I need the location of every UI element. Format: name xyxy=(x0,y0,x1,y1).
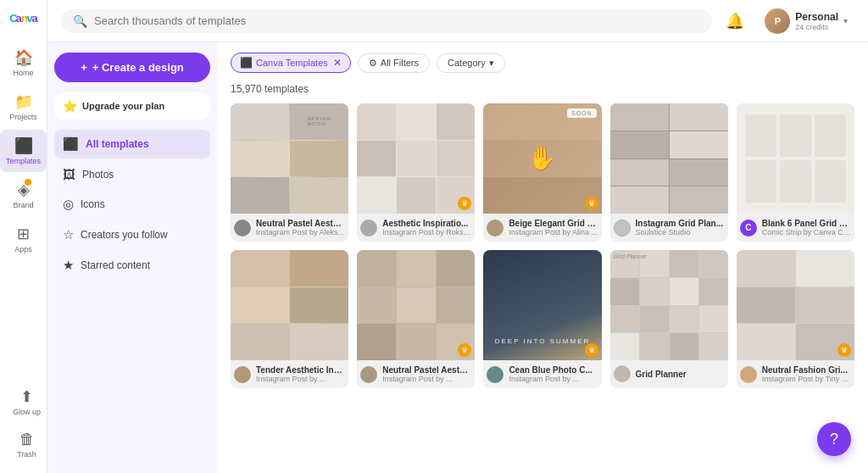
nav-item-photos[interactable]: 🖼 Photos xyxy=(54,160,210,188)
sidebar-item-label: Templates xyxy=(6,157,41,165)
template-title: Beige Elegant Grid C... xyxy=(509,219,598,228)
template-card[interactable]: Tender Aesthetic Ins... Instagram Post b… xyxy=(231,250,348,388)
template-title: Cean Blue Photo C... xyxy=(509,365,598,375)
nav-label: Photos xyxy=(82,169,114,181)
premium-badge: ♛ xyxy=(585,197,598,210)
template-text: Neutral Pastel Aesth... Instagram Post b… xyxy=(256,219,345,236)
nav-item-icons[interactable]: ◎ Icons xyxy=(54,190,210,219)
creator-avatar xyxy=(614,365,631,382)
main-area: 🔍 🔔 P Personal 24 credits ▾ + + Create xyxy=(47,0,868,473)
header-right: 🔔 P Personal 24 credits ▾ xyxy=(722,5,854,37)
template-thumbnail: SPRINGMOOD xyxy=(231,103,348,214)
nav-item-all-templates[interactable]: ⬛ All templates xyxy=(54,130,210,159)
template-text: Tender Aesthetic Ins... Instagram Post b… xyxy=(256,365,345,383)
sidebar-item-home[interactable]: 🏠 Home xyxy=(0,42,47,84)
template-card[interactable]: ♛ Neutral Fashion Gri... Instagram Post … xyxy=(737,250,854,388)
template-info: Aesthetic Inspiratio... Instagram Post b… xyxy=(357,214,475,242)
nav-item-creators[interactable]: ☆ Creators you follow xyxy=(54,220,210,249)
glowup-icon: ⬆ xyxy=(20,387,33,406)
user-profile[interactable]: P Personal 24 credits ▾ xyxy=(758,5,854,37)
nav-item-starred[interactable]: ★ Starred content xyxy=(54,251,210,280)
sidebar-item-label: Home xyxy=(13,69,33,77)
active-filter-tag[interactable]: ⬛ Canva Templates ✕ xyxy=(231,53,351,73)
template-card[interactable]: DEEP INTO SUMMER ♛ Cean Blue Photo C... … xyxy=(483,250,601,388)
template-subtitle: Comic Strip by Canva Cr... xyxy=(762,228,851,236)
template-title: Grid Planner xyxy=(636,370,725,379)
all-filters-label: All Filters xyxy=(381,58,419,68)
template-card[interactable]: ♛ Neutral Pastel Aesth... Instagram Post… xyxy=(357,250,475,388)
template-text: Beige Elegant Grid C... Instagram Post b… xyxy=(509,219,598,236)
template-thumbnail: DEEP INTO SUMMER ♛ xyxy=(483,250,601,360)
template-subtitle: Instagram Post by Rokso... xyxy=(382,228,471,236)
template-title: Aesthetic Inspiratio... xyxy=(382,219,471,228)
creator-avatar xyxy=(234,220,251,236)
home-icon: 🏠 xyxy=(14,48,33,67)
starred-icon: ★ xyxy=(63,258,74,273)
sidebar: C a n v a 🏠 Home 📁 Projects ⬛ Templates … xyxy=(0,0,47,473)
creator-avatar xyxy=(360,220,377,236)
sidebar-item-trash[interactable]: 🗑 Trash xyxy=(3,424,50,465)
create-design-button[interactable]: + + Create a design xyxy=(54,53,210,82)
nav-label: Creators you follow xyxy=(81,229,168,241)
category-button[interactable]: Category ▾ xyxy=(437,53,505,73)
all-templates-icon: ⬛ xyxy=(63,136,79,152)
template-info: Grid Planner xyxy=(610,360,728,387)
template-subtitle: Instagram Post by ... xyxy=(382,375,471,383)
sidebar-item-templates[interactable]: ⬛ Templates xyxy=(0,130,47,172)
template-title: Blank 6 Panel Grid C... xyxy=(762,219,851,228)
template-text: Grid Planner xyxy=(636,370,725,379)
template-subtitle: Instagram Post by Tiny ... xyxy=(762,375,851,383)
creator-avatar xyxy=(487,366,504,383)
template-thumbnail xyxy=(737,103,854,214)
template-info: Neutral Fashion Gri... Instagram Post by… xyxy=(737,360,854,388)
search-input[interactable] xyxy=(94,14,700,27)
template-grid: SPRINGMOOD Neutral Pastel Aesth... Insta… xyxy=(231,103,854,388)
sidebar-item-projects[interactable]: 📁 Projects xyxy=(0,86,47,128)
template-info: Tender Aesthetic Ins... Instagram Post b… xyxy=(231,360,348,388)
creator-avatar xyxy=(740,366,757,383)
soon-badge: SOON xyxy=(567,109,597,118)
template-thumbnail xyxy=(231,250,348,360)
template-subtitle: Instagram Post by Aleks... xyxy=(256,228,345,236)
template-text: Blank 6 Panel Grid C... Comic Strip by C… xyxy=(762,219,851,236)
svg-text:a: a xyxy=(31,12,38,25)
template-area: ⬛ Canva Templates ✕ ⚙ All Filters Catego… xyxy=(217,42,868,473)
template-card[interactable]: Grid Planner Grid Planner xyxy=(610,250,728,388)
creator-avatar: C xyxy=(740,220,757,236)
template-info: Cean Blue Photo C... Instagram Post by .… xyxy=(483,360,601,388)
templates-icon: ⬛ xyxy=(14,136,33,155)
template-info: Beige Elegant Grid C... Instagram Post b… xyxy=(483,214,601,242)
all-filters-button[interactable]: ⚙ All Filters xyxy=(358,53,430,73)
user-name: Personal xyxy=(795,11,838,23)
template-info: Neutral Pastel Aesth... Instagram Post b… xyxy=(357,360,475,388)
sidebar-item-brand[interactable]: ◈ Brand xyxy=(0,174,47,216)
template-card[interactable]: ♛ Aesthetic Inspiratio... Instagram Post… xyxy=(357,103,475,242)
category-label: Category xyxy=(448,58,486,68)
search-bar[interactable]: 🔍 xyxy=(61,9,712,33)
photos-icon: 🖼 xyxy=(63,167,75,181)
sidebar-item-label: Trash xyxy=(17,450,36,459)
template-card[interactable]: C Blank 6 Panel Grid C... Comic Strip by… xyxy=(737,103,854,242)
template-info: C Blank 6 Panel Grid C... Comic Strip by… xyxy=(737,214,854,242)
category-chevron-icon: ▾ xyxy=(489,58,494,69)
template-text: Instagram Grid Plan... Soulstice Studio xyxy=(636,219,725,236)
remove-filter-button[interactable]: ✕ xyxy=(333,57,342,69)
help-icon: ? xyxy=(830,431,838,448)
template-card[interactable]: Instagram Grid Plan... Soulstice Studio xyxy=(610,103,728,242)
nav-label: Starred content xyxy=(81,259,150,271)
template-card[interactable]: ✋ SOON ♛ Beige Elegant Grid C... Instagr… xyxy=(483,103,601,242)
sidebar-item-glowup[interactable]: ⬆ Glow up xyxy=(3,381,50,423)
template-title: Neutral Pastel Aesth... xyxy=(256,219,345,228)
user-info: Personal 24 credits xyxy=(795,11,838,31)
template-thumbnail: ✋ SOON ♛ xyxy=(483,103,601,214)
template-subtitle: Soulstice Studio xyxy=(636,228,725,236)
sidebar-item-apps[interactable]: ⊞ Apps xyxy=(0,218,47,260)
template-title: Neutral Pastel Aesth... xyxy=(382,365,471,375)
upgrade-bar[interactable]: ⭐ Upgrade your plan xyxy=(54,92,210,120)
template-card[interactable]: SPRINGMOOD Neutral Pastel Aesth... Insta… xyxy=(231,103,348,242)
template-title: Tender Aesthetic Ins... xyxy=(256,365,345,375)
template-thumbnail: Grid Planner xyxy=(610,250,728,360)
help-fab-button[interactable]: ? xyxy=(817,422,851,456)
notifications-button[interactable]: 🔔 xyxy=(722,8,748,34)
template-text: Cean Blue Photo C... Instagram Post by .… xyxy=(509,365,598,383)
